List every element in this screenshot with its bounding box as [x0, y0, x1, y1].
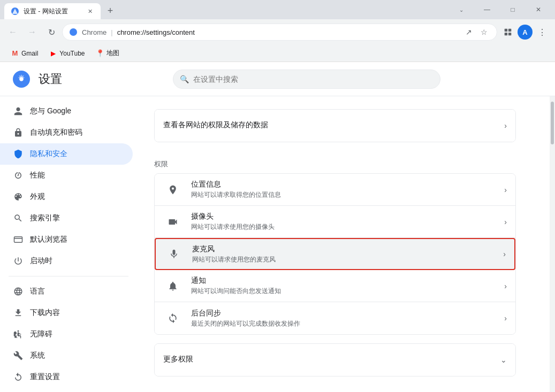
tab-label: 设置 - 网站设置	[24, 7, 81, 16]
notifications-chevron-icon: ›	[504, 282, 507, 290]
location-title: 位置信息	[191, 180, 500, 189]
background-sync-chevron-icon: ›	[504, 314, 507, 322]
sidebar-item-reset[interactable]: 重置设置	[0, 366, 133, 388]
sidebar-item-privacy[interactable]: 隐私和安全	[0, 143, 133, 165]
sidebar-item-startup[interactable]: 启动时	[0, 250, 133, 272]
sidebar-label-download: 下载内容	[30, 308, 60, 318]
location-row[interactable]: 位置信息 网站可以请求取得您的位置信息 ›	[155, 174, 515, 206]
notifications-title: 通知	[191, 276, 500, 286]
tab-search-button[interactable]: ⌄	[449, 0, 474, 19]
microphone-row[interactable]: 麦克风 网站可以请求使用您的麦克风 ›	[155, 238, 515, 270]
sidebar: 您与 Google 自动填充和密码 隐私和安全	[0, 96, 137, 392]
bookmark-youtube[interactable]: ▶ YouTube	[44, 47, 89, 60]
location-desc: 网站可以请求取得您的位置信息	[191, 190, 500, 199]
chevron-right-icon: ›	[504, 121, 507, 130]
background-sync-row[interactable]: 后台同步 最近关闭的网站可以完成数据收发操作 ›	[155, 302, 515, 334]
microphone-title: 麦克风	[192, 244, 499, 254]
svg-rect-4	[505, 33, 507, 35]
download-icon	[13, 308, 24, 318]
bookmark-gmail[interactable]: M Gmail	[6, 47, 42, 60]
search-input[interactable]	[193, 75, 434, 83]
bookmark-icon[interactable]: ☆	[477, 26, 490, 39]
forward-button[interactable]: →	[24, 24, 41, 41]
more-permissions-title: 更多权限	[163, 355, 496, 364]
permissions-section-label: 权限	[154, 151, 516, 173]
sidebar-label-startup: 启动时	[30, 256, 52, 266]
appearance-icon	[13, 191, 24, 202]
sidebar-item-performance[interactable]: 性能	[0, 165, 133, 186]
more-menu-icon[interactable]: ⋮	[534, 24, 551, 41]
refresh-button[interactable]: ↻	[43, 24, 60, 41]
more-permissions-row[interactable]: 更多权限 ⌄	[155, 344, 515, 376]
permissions-list: 位置信息 网站可以请求取得您的位置信息 › 摄像头	[154, 173, 516, 335]
bookmark-gmail-label: Gmail	[21, 50, 38, 57]
content-inner: 查看各网站的权限及储存的数据 › 权限	[137, 96, 533, 392]
address-separator: |	[111, 28, 112, 36]
user-icon	[13, 106, 24, 117]
address-url: chrome://settings/content	[117, 28, 195, 36]
scrollbar[interactable]	[550, 96, 555, 392]
sidebar-item-google[interactable]: 您与 Google	[0, 101, 133, 122]
site-favicon	[69, 28, 78, 36]
sidebar-item-search[interactable]: 搜索引擎	[0, 207, 133, 229]
scrollbar-thumb[interactable]	[551, 102, 554, 144]
search-box[interactable]: 🔍	[173, 70, 440, 89]
sidebar-label-language: 语言	[30, 287, 45, 296]
microphone-chevron-icon: ›	[503, 250, 506, 258]
view-all-sites-section: 查看各网站的权限及储存的数据 ›	[154, 109, 516, 142]
maximize-button[interactable]: □	[500, 0, 525, 19]
active-tab[interactable]: 设置 - 网站设置 ✕	[4, 3, 101, 19]
share-icon[interactable]: ↗	[462, 26, 475, 39]
content-section-label: 内容	[154, 385, 516, 392]
sidebar-label-reset: 重置设置	[30, 372, 60, 382]
title-bar: 设置 - 网站设置 ✕ + ⌄ — □ ✕	[0, 0, 555, 19]
sidebar-item-autofill[interactable]: 自动填充和密码	[0, 122, 133, 143]
svg-rect-7	[14, 237, 22, 243]
bookmark-maps[interactable]: 📍 地图	[92, 47, 124, 60]
sidebar-item-accessibility[interactable]: 无障碍	[0, 324, 133, 345]
address-bar[interactable]: Chrome | chrome://settings/content ↗ ☆	[62, 24, 497, 41]
view-all-sites-row[interactable]: 查看各网站的权限及储存的数据 ›	[155, 110, 515, 142]
page-content: 设置 🔍 您与 Google	[0, 62, 555, 392]
bookmark-youtube-label: YouTube	[59, 50, 85, 57]
svg-rect-3	[508, 29, 511, 32]
notifications-icon	[163, 276, 183, 296]
svg-rect-2	[505, 29, 507, 32]
address-actions: ↗ ☆	[462, 26, 490, 39]
location-chevron-icon: ›	[504, 186, 507, 194]
svg-rect-5	[508, 33, 511, 35]
tab-strip: 设置 - 网站设置 ✕ +	[4, 0, 449, 19]
lock-icon	[13, 127, 24, 138]
sidebar-item-language[interactable]: 语言	[0, 281, 133, 302]
sidebar-label-default-browser: 默认浏览器	[30, 235, 67, 244]
chevron-down-icon: ⌄	[500, 356, 507, 364]
navigation-bar: ← → ↻ Chrome | chrome://settings/content…	[0, 19, 555, 45]
language-icon	[13, 286, 24, 297]
background-sync-desc: 最近关闭的网站可以完成数据收发操作	[191, 319, 500, 328]
microphone-text: 麦克风 网站可以请求使用您的麦克风	[192, 244, 499, 264]
nav-right-controls: A ⋮	[499, 24, 551, 41]
microphone-icon	[164, 244, 184, 264]
minimize-button[interactable]: —	[475, 0, 499, 19]
more-permissions-text: 更多权限	[163, 355, 496, 365]
settings-logo	[13, 71, 30, 88]
settings-title: 设置	[39, 71, 62, 87]
sidebar-item-default-browser[interactable]: 默认浏览器	[0, 229, 133, 250]
camera-text: 摄像头 网站可以请求使用您的摄像头	[191, 212, 500, 232]
more-permissions-section: 更多权限 ⌄	[154, 343, 516, 376]
back-button[interactable]: ←	[4, 24, 21, 41]
camera-chevron-icon: ›	[504, 218, 507, 226]
new-tab-button[interactable]: +	[103, 3, 118, 18]
camera-row[interactable]: 摄像头 网站可以请求使用您的摄像头 ›	[155, 206, 515, 238]
sidebar-item-system[interactable]: 系统	[0, 345, 133, 366]
settings-header: 设置 🔍	[0, 62, 555, 96]
sidebar-label-google: 您与 Google	[30, 106, 71, 116]
sidebar-item-appearance[interactable]: 外观	[0, 186, 133, 207]
sidebar-item-download[interactable]: 下载内容	[0, 302, 133, 324]
location-text: 位置信息 网站可以请求取得您的位置信息	[191, 180, 500, 199]
notifications-row[interactable]: 通知 网站可以询问能否向您发送通知 ›	[155, 270, 515, 302]
profile-button[interactable]: A	[518, 25, 533, 40]
tab-close-button[interactable]: ✕	[86, 7, 94, 16]
close-button[interactable]: ✕	[526, 0, 551, 19]
extension-panel-icon[interactable]	[499, 24, 516, 41]
